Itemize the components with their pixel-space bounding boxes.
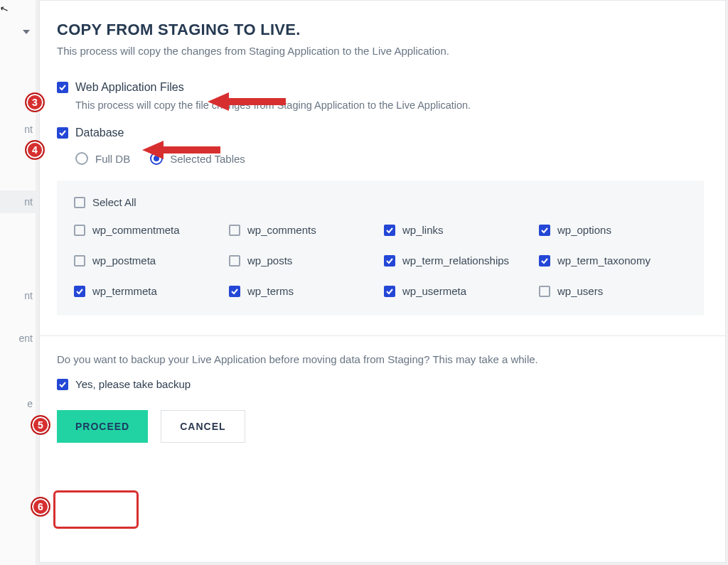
table-label: wp_comments [247,224,316,236]
table-checkbox[interactable] [229,225,240,236]
table-label: wp_posts [247,254,292,267]
backup-section: Do you want to backup your Live Applicat… [57,353,704,390]
table-checkbox[interactable] [74,225,85,236]
annotation-badge-5: 5 [31,416,50,434]
sidebar-item[interactable]: nt [0,190,36,213]
table-checkbox[interactable] [229,286,240,297]
database-label: Database [75,127,124,139]
table-checkbox[interactable] [74,286,85,297]
select-all-label: Select All [92,196,136,208]
table-item: wp_terms [229,285,377,297]
divider [40,335,725,336]
tables-panel: Select All wp_commentmetawp_commentswp_l… [57,181,704,316]
table-label: wp_term_relationships [402,254,509,267]
annotation-badge-6: 6 [31,497,50,516]
table-item: wp_users [539,285,687,297]
table-item: wp_comments [229,224,377,236]
table-checkbox[interactable] [539,286,550,297]
arrow-annotation-icon [142,138,224,162]
proceed-button[interactable]: PROCEED [57,410,148,443]
table-checkbox[interactable] [229,255,240,267]
table-checkbox[interactable] [384,255,395,267]
radio-full-db-label: Full DB [95,153,130,165]
table-label: wp_users [557,285,603,297]
cancel-button[interactable]: CANCEL [161,410,245,443]
sidebar-fragment: nt nt nt ent e [0,0,36,565]
table-item: wp_posts [229,254,377,267]
table-label: wp_termmeta [92,285,157,297]
table-checkbox[interactable] [74,255,85,267]
table-item: wp_options [539,224,687,236]
table-label: wp_commentmeta [92,224,180,236]
table-item: wp_links [384,224,532,236]
table-label: wp_term_taxonomy [557,254,651,267]
radio-full-db[interactable] [75,152,88,165]
table-item: wp_termmeta [74,285,222,297]
modal-actions: PROCEED CANCEL [57,410,704,443]
sidebar-item[interactable]: nt [0,118,36,141]
chevron-down-icon[interactable] [23,30,30,34]
table-label: wp_terms [247,285,294,297]
backup-question: Do you want to backup your Live Applicat… [57,353,704,365]
table-item: wp_usermeta [384,285,532,297]
backup-checkbox[interactable] [57,379,68,390]
select-all-checkbox[interactable] [74,197,85,208]
table-checkbox[interactable] [384,286,395,297]
copy-staging-modal: COPY FROM STAGING TO LIVE. This process … [39,0,726,563]
table-item: wp_commentmeta [74,224,222,236]
web-files-desc: This process will copy the file changes … [75,99,704,111]
annotation-badge-4: 4 [26,141,44,159]
table-checkbox[interactable] [539,225,550,236]
table-checkbox[interactable] [384,225,395,236]
table-checkbox[interactable] [539,255,550,267]
sidebar-item[interactable]: ent [0,327,36,350]
backup-checkbox-label: Yes, please take backup [75,378,191,390]
web-files-label: Web Application Files [75,81,184,94]
table-item: wp_term_relationships [384,254,532,267]
modal-subtitle: This process will copy the changes from … [57,45,704,57]
annotation-badge-3: 3 [26,93,44,112]
web-files-section: Web Application Files This process will … [57,81,704,111]
table-item: wp_term_taxonomy [539,254,687,267]
svg-marker-3 [142,141,164,159]
svg-marker-1 [208,92,229,111]
web-files-checkbox[interactable] [57,82,68,93]
table-label: wp_links [402,224,444,236]
table-item: wp_postmeta [74,254,222,267]
select-all-row: Select All [74,196,687,208]
table-label: wp_options [557,224,611,236]
table-label: wp_postmeta [92,254,156,267]
table-label: wp_usermeta [402,285,466,297]
sidebar-item[interactable]: nt [0,284,36,307]
database-checkbox[interactable] [57,127,68,139]
arrow-annotation-icon [208,90,289,114]
modal-title: COPY FROM STAGING TO LIVE. [57,21,704,39]
sidebar-item[interactable]: e [0,392,36,415]
